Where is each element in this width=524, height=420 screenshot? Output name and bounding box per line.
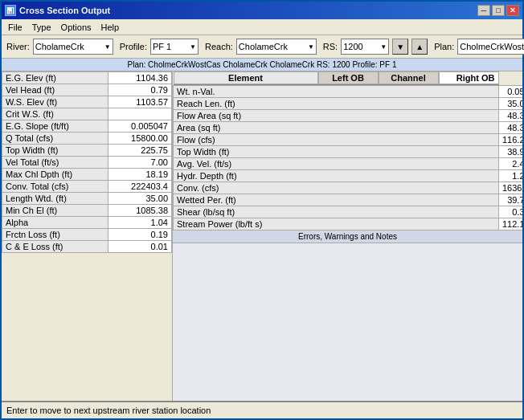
left-table-row: Q Total (cfs)15800.00 — [2, 133, 172, 145]
col-rightob: Right OB — [439, 71, 499, 84]
right-data-table: Element Left OB Channel Right OB Wt. n-V… — [173, 71, 522, 230]
profile-dropdown-arrow: ▼ — [190, 43, 196, 51]
status-bar: Enter to move to next upstream river sta… — [2, 401, 522, 418]
left-row-label: C & E Loss (ft) — [2, 241, 108, 253]
river-label: River: — [6, 42, 30, 51]
minimize-button[interactable]: ─ — [477, 5, 490, 16]
right-row-label: Wetted Per. (ft) — [174, 194, 499, 206]
left-table-row: E.G. Slope (ft/ft)0.005047 — [2, 120, 172, 133]
left-table-row: C & E Loss (ft)0.01 — [2, 241, 172, 253]
plan-label: Plan: — [434, 42, 454, 51]
left-table-row: Vel Total (ft/s)7.00 — [2, 157, 172, 169]
right-row-value: 48.36 — [499, 122, 523, 134]
left-row-label: Frctn Loss (ft) — [2, 229, 108, 241]
left-row-label: Top Width (ft) — [2, 145, 108, 157]
left-table-row: W.S. Elev (ft)1103.57 — [2, 96, 172, 108]
left-row-value: 222403.4 — [108, 181, 172, 193]
left-row-label: E.G. Elev (ft) — [2, 72, 108, 84]
left-table-row: Crit W.S. (ft) — [2, 108, 172, 120]
left-row-value: 1.04 — [108, 217, 172, 229]
menu-file[interactable]: File — [3, 21, 27, 34]
reach-dropdown[interactable]: CholameCrk ▼ — [236, 39, 317, 55]
left-data-table: E.G. Elev (ft)1104.36Vel Head (ft)0.79W.… — [2, 71, 172, 253]
rs-up-button[interactable]: ▲ — [411, 39, 428, 55]
status-text: Enter to move to next upstream river sta… — [6, 406, 211, 415]
menu-type[interactable]: Type — [27, 21, 56, 34]
left-table-row: Top Width (ft)225.75 — [2, 145, 172, 157]
left-row-value: 35.00 — [108, 193, 172, 205]
rs-down-button[interactable]: ▼ — [392, 39, 408, 55]
left-row-label: Length Wtd. (ft) — [2, 193, 108, 205]
right-table-row: Avg. Vel. (ft/s)2.407.203.42 — [174, 158, 523, 170]
window-icon: 📊 — [5, 5, 16, 16]
left-row-value: 1085.38 — [108, 205, 172, 217]
river-dropdown[interactable]: CholameCrk ▼ — [33, 39, 113, 55]
right-row-value: 35.00 — [499, 98, 523, 110]
right-table-header: Element Left OB Channel Right OB — [174, 71, 499, 85]
right-table-row: Wt. n-Val.0.0500.0800.050 — [174, 86, 523, 98]
window-title: Cross Section Output — [19, 6, 110, 15]
toolbar: River: CholameCrk ▼ Profile: PF 1 ▼ Reac… — [2, 35, 522, 59]
left-table-row: Min Ch El (ft)1085.38 — [2, 205, 172, 217]
col-element: Element — [174, 71, 318, 84]
left-table-scroll[interactable]: E.G. Elev (ft)1104.36Vel Head (ft)0.79W.… — [2, 71, 172, 401]
left-row-value — [108, 108, 172, 120]
left-table-row: E.G. Elev (ft)1104.36 — [2, 72, 172, 84]
right-row-label: Flow (cfs) — [174, 134, 499, 146]
left-row-value: 225.75 — [108, 145, 172, 157]
col-leftob: Left OB — [318, 71, 379, 84]
errors-body — [173, 243, 522, 402]
left-row-label: Alpha — [2, 217, 108, 229]
right-table-row: Hydr. Depth (ft)1.2413.502.17 — [174, 170, 523, 182]
right-row-label: Reach Len. (ft) — [174, 98, 499, 110]
right-table-row: Wetted Per. (ft)39.78168.7529.03 — [174, 194, 523, 206]
right-row-value: 1636.9 — [499, 182, 523, 194]
right-row-label: Conv. (cfs) — [174, 182, 499, 194]
left-row-label: Conv. Total (cfs) — [2, 181, 108, 193]
right-row-value: 39.78 — [499, 194, 523, 206]
right-row-label: Top Width (ft) — [174, 146, 499, 158]
rs-dropdown[interactable]: 1200 ▼ — [341, 39, 389, 55]
right-panel: Element Left OB Channel Right OB Wt. n-V… — [173, 71, 522, 401]
right-row-label: Area (sq ft) — [174, 122, 499, 134]
menu-bar: File Type Options Help — [2, 19, 522, 35]
left-table-row: Conv. Total (cfs)222403.4 — [2, 181, 172, 193]
left-row-value: 15800.00 — [108, 133, 172, 145]
left-row-label: Vel Total (ft/s) — [2, 157, 108, 169]
right-table-row: Area (sq ft)48.362150.3359.73 — [174, 122, 523, 134]
right-table-row: Conv. (cfs)1636.9217895.42871.1 — [174, 182, 523, 194]
rs-label: RS: — [323, 42, 338, 51]
right-table-row: Stream Power (lb/ft s)112.190.000.00 — [174, 218, 523, 230]
menu-help[interactable]: Help — [96, 21, 125, 34]
maximize-button[interactable]: □ — [492, 5, 505, 16]
left-table-row: Max Chl Dpth (ft)18.19 — [2, 169, 172, 181]
right-row-value: 38.91 — [499, 146, 523, 158]
right-table-row: Flow Area (sq ft)48.362150.3359.73 — [174, 110, 523, 122]
menu-options[interactable]: Options — [56, 21, 96, 34]
left-row-value: 1104.36 — [108, 72, 172, 84]
right-table-scroll[interactable]: Element Left OB Channel Right OB Wt. n-V… — [173, 71, 522, 230]
right-row-value: 48.36 — [499, 110, 523, 122]
right-row-value: 1.24 — [499, 170, 523, 182]
right-row-label: Avg. Vel. (ft/s) — [174, 158, 499, 170]
main-content: E.G. Elev (ft)1104.36Vel Head (ft)0.79W.… — [2, 71, 522, 401]
left-row-label: Vel Head (ft) — [2, 84, 108, 96]
right-row-label: Wt. n-Val. — [174, 86, 499, 98]
left-table-row: Alpha1.04 — [2, 217, 172, 229]
right-row-value: 112.19 — [499, 218, 523, 230]
right-table-row: Reach Len. (ft)35.0035.0035.00 — [174, 98, 523, 110]
close-button[interactable]: ✕ — [506, 5, 519, 16]
right-row-value: 2.40 — [499, 158, 523, 170]
errors-section-label: Errors, Warnings and Notes — [173, 230, 522, 243]
plan-dropdown[interactable]: CholmeCrkWostCas ▼ — [457, 39, 524, 55]
left-row-label: Q Total (cfs) — [2, 133, 108, 145]
left-row-value: 0.01 — [108, 241, 172, 253]
main-window: 📊 Cross Section Output ─ □ ✕ File Type O… — [0, 0, 524, 420]
left-row-value: 1103.57 — [108, 96, 172, 108]
rs-dropdown-arrow: ▼ — [380, 43, 387, 51]
left-row-label: W.S. Elev (ft) — [2, 96, 108, 108]
profile-dropdown[interactable]: PF 1 ▼ — [150, 39, 199, 55]
left-row-value: 18.19 — [108, 169, 172, 181]
right-table-row: Flow (cfs)116.2915479.74203.97 — [174, 134, 523, 146]
title-bar: 📊 Cross Section Output ─ □ ✕ — [2, 2, 522, 19]
